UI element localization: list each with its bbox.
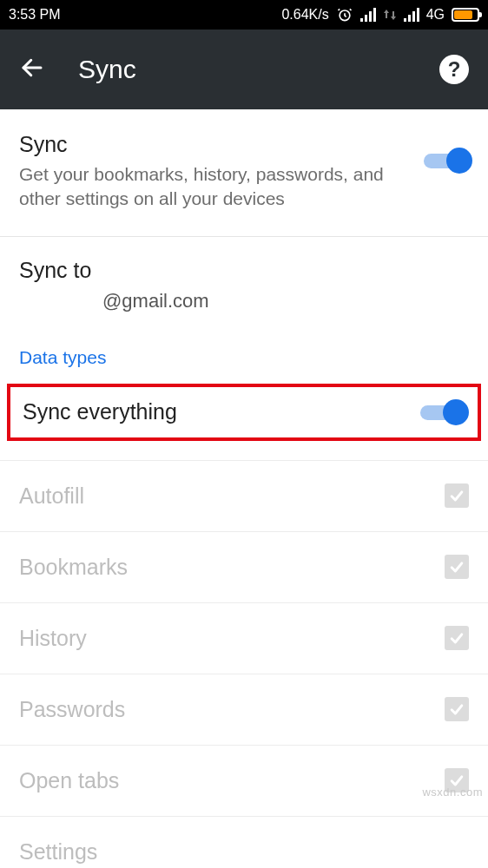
sync-title: Sync [19,132,406,157]
svg-rect-4 [373,8,376,22]
signal-icon-2 [404,8,419,22]
history-row: History [0,602,488,674]
signal-icon-1 [360,8,376,22]
watermark: wsxdn.com [422,786,483,799]
bookmarks-row: Bookmarks [0,531,488,602]
svg-rect-7 [412,11,415,22]
history-checkbox [445,626,469,650]
bookmarks-checkbox [445,555,469,579]
settings-row: Settings [0,816,488,868]
status-time: 3:53 PM [9,7,61,23]
sync-everything-toggle[interactable] [420,399,465,425]
passwords-checkbox [445,697,469,721]
open-tabs-row: Open tabs [0,745,488,816]
app-bar: Sync ? [0,30,488,109]
autofill-label: Autofill [19,483,445,509]
svg-rect-5 [404,18,406,22]
back-arrow-icon[interactable] [19,55,45,84]
sync-everything-row[interactable]: Sync everything [7,384,481,441]
status-right: 0.64K/s 4G [281,6,479,23]
sync-to-email: @gmail.com [19,290,469,312]
bookmarks-label: Bookmarks [19,555,445,580]
sync-master-row[interactable]: Sync Get your bookmarks, history, passwo… [0,109,488,237]
data-arrows-icon [383,8,397,22]
history-label: History [19,626,445,651]
sync-to-row[interactable]: Sync to @gmail.com [0,237,488,347]
network-type: 4G [426,7,445,23]
alarm-icon [336,6,353,23]
page-title: Sync [78,55,439,84]
settings-label: Settings [19,839,469,865]
passwords-row: Passwords [0,674,488,745]
svg-rect-3 [369,11,372,22]
svg-rect-6 [408,15,411,22]
status-bar: 3:53 PM 0.64K/s 4G [0,0,488,30]
svg-rect-8 [417,8,419,22]
svg-rect-1 [360,18,363,22]
svg-rect-2 [365,15,367,22]
autofill-row: Autofill [0,460,488,531]
sync-everything-label: Sync everything [23,399,420,424]
sync-description: Get your bookmarks, history, passwords, … [19,162,406,212]
help-icon: ? [448,57,461,82]
open-tabs-label: Open tabs [19,768,445,793]
sync-to-title: Sync to [19,258,469,283]
passwords-label: Passwords [19,697,445,722]
section-header-data-types: Data types [0,347,488,384]
content: Sync Get your bookmarks, history, passwo… [0,109,488,868]
autofill-checkbox [445,483,469,508]
battery-icon [452,8,479,22]
help-button[interactable]: ? [439,55,469,84]
network-speed: 0.64K/s [281,7,328,23]
sync-toggle[interactable] [424,148,469,174]
